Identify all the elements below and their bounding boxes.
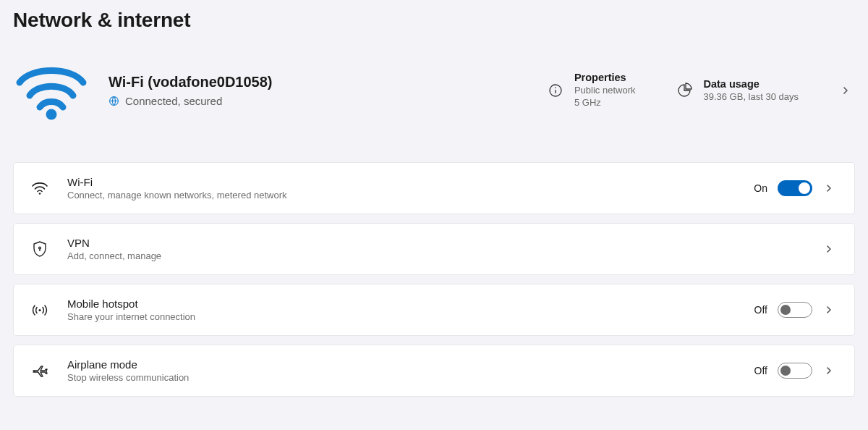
connection-name: Wi-Fi (vodafone0D1058)	[109, 74, 528, 90]
chevron-right-icon[interactable]	[822, 364, 835, 377]
chevron-right-icon[interactable]	[822, 182, 835, 195]
wifi-toggle[interactable]	[778, 180, 812, 196]
properties-panel[interactable]: Properties Public network 5 GHz	[547, 72, 636, 109]
hotspot-toggle[interactable]	[778, 302, 812, 318]
airplane-setting-row[interactable]: Airplane mode Stop wireless communicatio…	[13, 345, 855, 397]
svg-point-6	[38, 309, 41, 311]
shield-icon	[30, 240, 50, 258]
chevron-right-icon[interactable]	[822, 243, 835, 256]
current-connection-row: Wi-Fi (vodafone0D1058) Connected, secure…	[13, 61, 855, 120]
wifi-signal-icon	[13, 61, 90, 120]
vpn-title: VPN	[67, 237, 805, 249]
properties-heading: Properties	[574, 72, 636, 83]
pie-chart-icon	[676, 82, 693, 99]
wifi-state-label: On	[754, 182, 767, 194]
wifi-icon	[30, 181, 50, 195]
hotspot-icon	[30, 302, 50, 318]
airplane-subtitle: Stop wireless communication	[67, 372, 737, 383]
data-usage-detail: 39.36 GB, last 30 days	[703, 91, 799, 104]
svg-point-3	[555, 87, 556, 88]
vpn-subtitle: Add, connect, manage	[67, 250, 805, 261]
data-usage-heading: Data usage	[703, 78, 799, 90]
hotspot-title: Mobile hotspot	[67, 298, 737, 310]
wifi-setting-row[interactable]: Wi-Fi Connect, manage known networks, me…	[13, 162, 855, 214]
chevron-right-icon[interactable]	[822, 303, 835, 316]
vpn-setting-row[interactable]: VPN Add, connect, manage	[13, 223, 855, 275]
svg-point-5	[39, 247, 41, 249]
airplane-title: Airplane mode	[67, 358, 737, 371]
airplane-toggle[interactable]	[778, 363, 812, 379]
connection-status: Connected, secured	[125, 95, 222, 107]
hotspot-subtitle: Share your internet connection	[67, 311, 737, 322]
info-icon	[547, 82, 564, 99]
airplane-state-label: Off	[754, 365, 767, 376]
wifi-subtitle: Connect, manage known networks, metered …	[67, 190, 736, 201]
airplane-icon	[30, 363, 50, 379]
hotspot-setting-row[interactable]: Mobile hotspot Share your internet conne…	[13, 284, 855, 336]
properties-network-type: Public network	[574, 85, 636, 97]
wifi-title: Wi-Fi	[67, 176, 736, 188]
globe-icon	[109, 96, 119, 106]
data-usage-panel[interactable]: Data usage 39.36 GB, last 30 days	[676, 78, 799, 104]
svg-point-0	[46, 109, 57, 120]
page-title: Network & internet	[13, 9, 855, 32]
hotspot-state-label: Off	[754, 304, 767, 316]
svg-point-4	[39, 193, 41, 195]
chevron-right-icon[interactable]	[839, 84, 852, 97]
properties-band: 5 GHz	[574, 97, 636, 109]
